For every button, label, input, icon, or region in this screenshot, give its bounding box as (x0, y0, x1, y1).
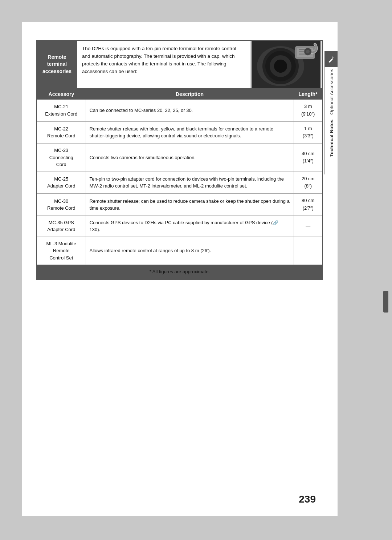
svg-point-13 (306, 50, 310, 53)
accessory-mc22: MC-22Remote Cord (37, 121, 86, 144)
table-row: ML-3 ModuliteRemoteControl Set Allows in… (37, 237, 323, 265)
description-ml3: Allows infrared remote control at ranges… (86, 237, 294, 265)
description-mc22: Remote shutter release with blue, yellow… (86, 121, 294, 144)
side-tab: Technical Notes—Optional Accessories (324, 51, 338, 174)
accessory-mc35: MC-35 GPSAdapter Cord (37, 215, 86, 237)
remote-terminal-box: Remoteterminalaccessories The D2Hs is eq… (36, 40, 323, 89)
col-header-description: Description (86, 89, 294, 100)
side-tab-icon (324, 51, 338, 67)
description-mc25: Ten-pin to two-pin adapter cord for conn… (86, 172, 294, 194)
svg-point-5 (274, 60, 287, 73)
footer-note: * All figures are approximate. (37, 265, 323, 279)
remote-terminal-label: Remoteterminalaccessories (37, 41, 77, 88)
description-mc21: Can be connected to MC-series 20, 22, 25… (86, 100, 294, 121)
description-mc23: Connects two cameras for simultaneous op… (86, 144, 294, 172)
remote-terminal-label-text: Remoteterminalaccessories (42, 54, 72, 75)
col-header-accessory: Accessory (37, 89, 86, 100)
side-tab-bold-text: Technical Notes (329, 120, 334, 157)
page-container: Remoteterminalaccessories The D2Hs is eq… (22, 22, 338, 516)
camera-image (252, 41, 320, 88)
length-mc23: 40 cm(1′4″) (294, 144, 323, 172)
length-mc22: 1 m(3′3″) (294, 121, 323, 144)
side-tab-text: Technical Notes—Optional Accessories (329, 69, 334, 157)
content-area: Remoteterminalaccessories The D2Hs is eq… (22, 22, 338, 294)
svg-rect-16 (329, 58, 333, 63)
length-ml3: — (294, 237, 323, 265)
description-mc30: Remote shutter release; can be used to r… (86, 194, 294, 216)
remote-terminal-description: The D2Hs is equipped with a ten-pin remo… (77, 41, 250, 88)
table-row: MC-35 GPSAdapter Cord Connects GPS devic… (37, 215, 323, 237)
length-mc25: 20 cm(8″) (294, 172, 323, 194)
table-row: MC-23ConnectingCord Connects two cameras… (37, 144, 323, 172)
accessory-mc25: MC-25Adapter Cord (37, 172, 86, 194)
accessory-ml3: ML-3 ModuliteRemoteControl Set (37, 237, 86, 265)
scrollbar-indicator[interactable] (383, 291, 388, 313)
table-row: MC-30Remote Cord Remote shutter release;… (37, 194, 323, 216)
accessories-table: Accessory Description Length* MC-21Exten… (36, 89, 323, 280)
table-row: MC-22Remote Cord Remote shutter release … (37, 121, 323, 144)
table-row: MC-25Adapter Cord Ten-pin to two-pin ada… (37, 172, 323, 194)
length-mc35: — (294, 215, 323, 237)
page-number: 239 (299, 493, 316, 505)
side-tab-normal-text: —Optional Accessories (329, 69, 334, 120)
accessory-mc21: MC-21Extension Cord (37, 100, 86, 121)
table-footer-row: * All figures are approximate. (37, 265, 323, 279)
accessory-mc30: MC-30Remote Cord (37, 194, 86, 216)
length-mc30: 80 cm(2′7″) (294, 194, 323, 216)
description-mc35: Connects GPS devices to D2Hs via PC cabl… (86, 215, 294, 237)
remote-terminal-image (250, 41, 322, 88)
edit-icon (327, 55, 335, 63)
length-mc21: 3 m(9′10″) (294, 100, 323, 121)
table-header-row: Accessory Description Length* (37, 89, 323, 100)
table-row: MC-21Extension Cord Can be connected to … (37, 100, 323, 121)
svg-marker-15 (332, 56, 334, 58)
col-header-length: Length* (294, 89, 323, 100)
accessory-mc23: MC-23ConnectingCord (37, 144, 86, 172)
